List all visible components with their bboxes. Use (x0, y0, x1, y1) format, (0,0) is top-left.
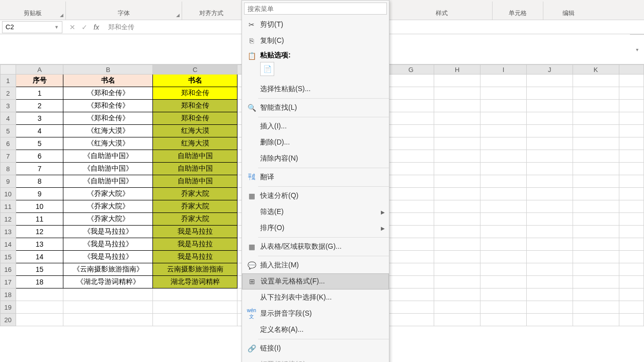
cell-C5[interactable]: 红海大漠 (153, 125, 237, 137)
row-header-9[interactable]: 9 (0, 175, 16, 188)
col-header-A[interactable]: A (16, 64, 64, 75)
cell-A13[interactable]: 12 (16, 226, 64, 238)
cell-B10[interactable]: 《乔家大院》 (63, 188, 153, 200)
col-header-B[interactable]: B (63, 64, 153, 75)
row-header-18[interactable]: 18 (0, 288, 16, 301)
row-header-2[interactable]: 2 (0, 87, 16, 100)
row-header-5[interactable]: 5 (0, 125, 16, 137)
cell-A12[interactable]: 11 (16, 213, 64, 226)
col-header-J[interactable]: J (527, 64, 573, 75)
row-header-12[interactable]: 12 (0, 213, 16, 226)
cell-B16[interactable]: 《云南摄影旅游指南》 (63, 263, 153, 276)
ctx-smart-lookup[interactable]: 🔍智能查找(L) (242, 100, 389, 116)
cell-A9[interactable]: 8 (16, 175, 64, 188)
ctx-pick-list[interactable]: 从下拉列表中选择(K)... (242, 289, 389, 306)
cell-C8[interactable]: 自助游中国 (153, 163, 237, 175)
row-header-13[interactable]: 13 (0, 226, 16, 238)
row-header-19[interactable]: 19 (0, 301, 16, 314)
worksheet-grid[interactable]: A B C G H I J K 1 序号 书名 书名 21《郑和全传》郑和全传3… (0, 64, 644, 362)
font-dialog-launcher[interactable]: ◢ (176, 13, 180, 18)
cell-A4[interactable]: 3 (16, 112, 64, 125)
cell-C4[interactable]: 郑和全传 (153, 112, 237, 125)
cell-A17[interactable]: 18 (16, 276, 64, 288)
row-header-11[interactable]: 11 (0, 200, 16, 213)
row-header-14[interactable]: 14 (0, 238, 16, 251)
ctx-translate[interactable]: ㍻翻译 (242, 169, 389, 185)
select-all-corner[interactable] (0, 64, 16, 75)
cell-B5[interactable]: 《红海大漠》 (63, 125, 153, 137)
col-header-H[interactable]: H (434, 64, 480, 75)
cell-B7[interactable]: 《自助游中国》 (63, 150, 153, 163)
ctx-copy[interactable]: ⎘复制(C) (242, 33, 389, 49)
ctx-insert-comment[interactable]: 💬插入批注(M) (242, 257, 389, 273)
cell-B2[interactable]: 《郑和全传》 (63, 87, 153, 100)
cell-C7[interactable]: 自助游中国 (153, 150, 237, 163)
cell-C9[interactable]: 自助游中国 (153, 175, 237, 188)
row-header-1[interactable]: 1 (0, 75, 16, 87)
accept-icon[interactable]: ✓ (82, 23, 88, 31)
context-menu-search[interactable] (244, 3, 387, 15)
cell-B9[interactable]: 《自助游中国》 (63, 175, 153, 188)
ctx-quick-analysis[interactable]: ▦快速分析(Q) (242, 188, 389, 204)
paste-option-default[interactable]: 📄 (260, 62, 274, 76)
row-header-15[interactable]: 15 (0, 251, 16, 263)
cell-C13[interactable]: 我是马拉拉 (153, 226, 237, 238)
ctx-define-name[interactable]: 定义名称(A)... (242, 322, 389, 338)
ctx-cut[interactable]: ✂剪切(T) (242, 17, 389, 33)
cell-C14[interactable]: 我是马拉拉 (153, 238, 237, 251)
cell-A6[interactable]: 5 (16, 137, 64, 150)
cell-B3[interactable]: 《郑和全传》 (63, 100, 153, 112)
cell-C16[interactable]: 云南摄影旅游指南 (153, 263, 237, 276)
cell-A14[interactable]: 13 (16, 238, 64, 251)
cell-B8[interactable]: 《自助游中国》 (63, 163, 153, 175)
ctx-link[interactable]: 🔗链接(I) (242, 340, 389, 356)
cell-B17[interactable]: 《湖北导游词精粹》 (63, 276, 153, 288)
cell-B6[interactable]: 《红海大漠》 (63, 137, 153, 150)
row-header-17[interactable]: 17 (0, 276, 16, 288)
ctx-filter[interactable]: 筛选(E)▶ (242, 204, 389, 220)
cell-B12[interactable]: 《乔家大院》 (63, 213, 153, 226)
ctx-format-cells[interactable]: ⊞设置单元格格式(F)... (242, 273, 389, 289)
cell-C12[interactable]: 乔家大院 (153, 213, 237, 226)
ctx-paste-special[interactable]: 选择性粘贴(S)... (242, 81, 389, 97)
cell-B1[interactable]: 书名 (63, 75, 153, 87)
ctx-insert[interactable]: 插入(I)... (242, 118, 389, 134)
col-header-C[interactable]: C (153, 64, 237, 75)
cell-C17[interactable]: 湖北导游词精粹 (153, 276, 237, 288)
cell-A3[interactable]: 2 (16, 100, 64, 112)
clipboard-dialog-launcher[interactable]: ◢ (60, 13, 63, 18)
col-header-I[interactable]: I (480, 64, 527, 75)
row-header-6[interactable]: 6 (0, 137, 16, 150)
cell-C2[interactable]: 郑和全传 (153, 87, 237, 100)
row-header-10[interactable]: 10 (0, 188, 16, 200)
cell-A16[interactable]: 15 (16, 263, 64, 276)
cell-A5[interactable]: 4 (16, 125, 64, 137)
row-header-4[interactable]: 4 (0, 112, 16, 125)
cell-C1[interactable]: 书名 (153, 75, 237, 87)
cell-B14[interactable]: 《我是马拉拉》 (63, 238, 153, 251)
cell-B13[interactable]: 《我是马拉拉》 (63, 226, 153, 238)
col-header-L[interactable] (619, 64, 644, 75)
ctx-delete[interactable]: 删除(D)... (242, 134, 389, 151)
cell-C10[interactable]: 乔家大院 (153, 188, 237, 200)
col-header-G[interactable]: G (388, 64, 434, 75)
cancel-icon[interactable]: ✕ (69, 23, 75, 31)
ctx-clear[interactable]: 清除内容(N) (242, 151, 389, 167)
cell-A2[interactable]: 1 (16, 87, 64, 100)
ctx-from-table[interactable]: ▦从表格/区域获取数据(G)... (242, 239, 389, 255)
cell-B15[interactable]: 《我是马拉拉》 (63, 251, 153, 263)
cell-A10[interactable]: 9 (16, 188, 64, 200)
cell-C15[interactable]: 我是马拉拉 (153, 251, 237, 263)
row-header-7[interactable]: 7 (0, 150, 16, 163)
cell-A15[interactable]: 14 (16, 251, 64, 263)
cell-C11[interactable]: 乔家大院 (153, 200, 237, 213)
row-header-3[interactable]: 3 (0, 100, 16, 112)
cell-A1[interactable]: 序号 (16, 75, 64, 87)
cell-A11[interactable]: 10 (16, 200, 64, 213)
ctx-sort[interactable]: 排序(O)▶ (242, 220, 389, 236)
row-header-8[interactable]: 8 (0, 163, 16, 175)
cell-B4[interactable]: 《郑和全传》 (63, 112, 153, 125)
chevron-down-icon[interactable]: ▼ (54, 25, 59, 30)
row-header-16[interactable]: 16 (0, 263, 16, 276)
formula-bar-expand[interactable]: ▾ (630, 34, 644, 64)
